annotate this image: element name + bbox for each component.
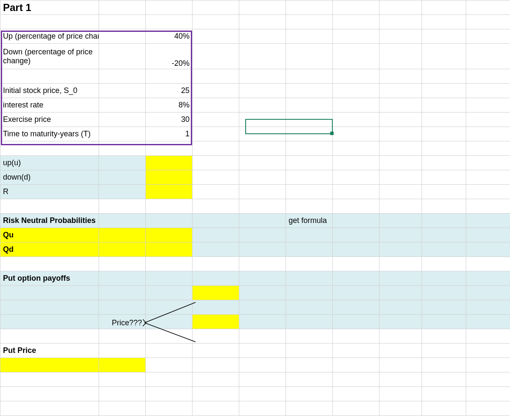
cell[interactable] bbox=[99, 228, 146, 242]
payoffs-header[interactable]: Put option payoffs bbox=[0, 271, 99, 286]
cell[interactable] bbox=[380, 257, 422, 271]
cell[interactable] bbox=[333, 315, 380, 329]
cell[interactable] bbox=[193, 257, 239, 271]
cell[interactable] bbox=[286, 315, 333, 329]
qu-label[interactable]: Qu bbox=[0, 228, 99, 242]
payoff-down[interactable] bbox=[193, 315, 239, 329]
cell[interactable] bbox=[286, 199, 333, 214]
cell[interactable] bbox=[380, 98, 422, 113]
cell[interactable] bbox=[333, 15, 380, 29]
cell[interactable] bbox=[193, 44, 239, 69]
cell[interactable] bbox=[286, 156, 333, 170]
cell[interactable] bbox=[99, 271, 146, 286]
cell[interactable] bbox=[239, 242, 286, 257]
cell[interactable] bbox=[380, 387, 422, 401]
cell[interactable] bbox=[422, 0, 466, 15]
putprice-value[interactable] bbox=[0, 358, 99, 372]
cell[interactable] bbox=[422, 199, 466, 214]
cell[interactable] bbox=[380, 286, 422, 300]
cell[interactable] bbox=[146, 300, 193, 315]
qu-value[interactable] bbox=[146, 228, 193, 242]
cell[interactable] bbox=[422, 185, 466, 199]
cell[interactable] bbox=[99, 344, 146, 358]
cell[interactable] bbox=[239, 98, 286, 113]
cell[interactable] bbox=[286, 185, 333, 199]
cell[interactable] bbox=[99, 286, 146, 300]
cell[interactable] bbox=[380, 69, 422, 84]
cell[interactable] bbox=[239, 257, 286, 271]
cell[interactable] bbox=[99, 141, 146, 156]
cell[interactable] bbox=[239, 300, 286, 315]
cell[interactable] bbox=[193, 141, 239, 156]
cell[interactable] bbox=[422, 29, 466, 44]
cell[interactable] bbox=[193, 156, 239, 170]
downd-label[interactable]: down(d) bbox=[0, 170, 99, 185]
cell[interactable] bbox=[380, 401, 422, 416]
cell[interactable] bbox=[466, 185, 510, 199]
cell[interactable] bbox=[466, 214, 510, 228]
cell[interactable] bbox=[239, 156, 286, 170]
cell[interactable] bbox=[193, 69, 239, 84]
cell[interactable] bbox=[380, 44, 422, 69]
cell[interactable] bbox=[239, 214, 286, 228]
cell[interactable] bbox=[0, 286, 99, 300]
cell[interactable] bbox=[466, 98, 510, 113]
cell[interactable] bbox=[99, 156, 146, 170]
r-value[interactable] bbox=[146, 185, 193, 199]
cell[interactable] bbox=[422, 344, 466, 358]
title-cell[interactable]: Part 1 bbox=[0, 0, 99, 15]
cell[interactable] bbox=[466, 315, 510, 329]
cell[interactable] bbox=[333, 127, 380, 141]
upu-label[interactable]: up(u) bbox=[0, 156, 99, 170]
s0-value[interactable]: 25 bbox=[146, 84, 193, 98]
r-label[interactable]: R bbox=[0, 185, 99, 199]
cell[interactable] bbox=[422, 228, 466, 242]
cell[interactable] bbox=[380, 84, 422, 98]
cell[interactable] bbox=[333, 185, 380, 199]
cell[interactable] bbox=[286, 344, 333, 358]
cell[interactable] bbox=[380, 29, 422, 44]
cell[interactable] bbox=[99, 372, 146, 387]
cell[interactable] bbox=[422, 156, 466, 170]
cell[interactable] bbox=[466, 228, 510, 242]
cell[interactable] bbox=[466, 113, 510, 127]
time-value[interactable]: 1 bbox=[146, 127, 193, 141]
s0-label[interactable]: Initial stock price, S_0 bbox=[0, 84, 99, 98]
cell[interactable] bbox=[239, 286, 286, 300]
cell[interactable] bbox=[193, 401, 239, 416]
cell[interactable] bbox=[99, 44, 146, 69]
cell[interactable] bbox=[146, 387, 193, 401]
cell[interactable] bbox=[333, 358, 380, 372]
cell[interactable] bbox=[99, 387, 146, 401]
cell[interactable] bbox=[333, 0, 380, 15]
cell[interactable] bbox=[99, 358, 146, 372]
cell[interactable] bbox=[422, 329, 466, 344]
cell[interactable] bbox=[193, 127, 239, 141]
cell[interactable] bbox=[193, 329, 239, 344]
cell[interactable] bbox=[380, 228, 422, 242]
cell[interactable] bbox=[193, 372, 239, 387]
cell[interactable] bbox=[466, 372, 510, 387]
cell[interactable] bbox=[422, 98, 466, 113]
strike-value[interactable]: 30 bbox=[146, 113, 193, 127]
cell[interactable] bbox=[99, 0, 146, 15]
cell[interactable] bbox=[146, 358, 193, 372]
cell[interactable] bbox=[422, 127, 466, 141]
cell[interactable] bbox=[193, 214, 239, 228]
cell[interactable] bbox=[193, 300, 239, 315]
cell[interactable] bbox=[422, 401, 466, 416]
cell[interactable] bbox=[99, 185, 146, 199]
cell[interactable] bbox=[286, 127, 333, 141]
cell[interactable] bbox=[0, 199, 99, 214]
cell[interactable] bbox=[0, 15, 99, 29]
cell[interactable] bbox=[193, 228, 239, 242]
cell[interactable] bbox=[193, 358, 239, 372]
cell[interactable] bbox=[286, 44, 333, 69]
cell[interactable] bbox=[0, 69, 99, 84]
cell[interactable] bbox=[422, 170, 466, 185]
cell[interactable] bbox=[193, 15, 239, 29]
cell[interactable] bbox=[466, 329, 510, 344]
cell[interactable] bbox=[0, 401, 99, 416]
cell[interactable] bbox=[333, 113, 380, 127]
rate-label[interactable]: interest rate bbox=[0, 98, 99, 113]
